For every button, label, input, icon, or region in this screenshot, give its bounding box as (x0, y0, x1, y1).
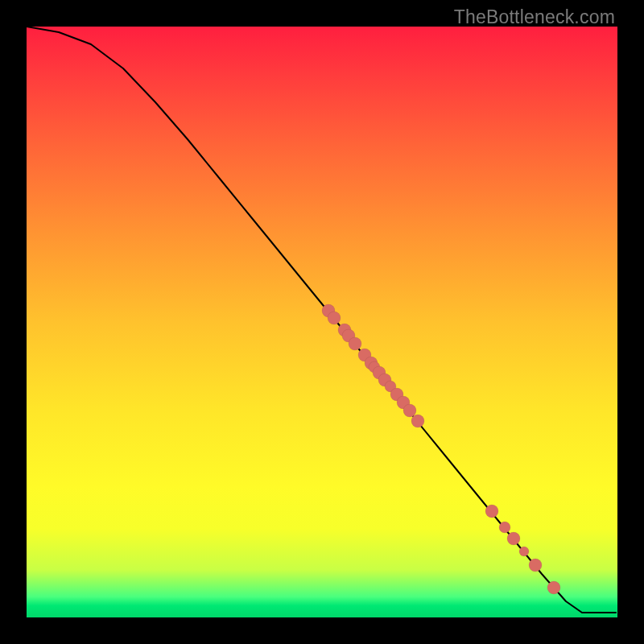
data-marker (519, 547, 529, 556)
watermark-text: TheBottleneck.com (454, 6, 615, 28)
data-marker (547, 581, 560, 594)
data-marker (529, 559, 542, 572)
data-marker (499, 522, 510, 533)
data-marker (403, 404, 416, 417)
data-marker (507, 532, 520, 545)
curve-line (27, 27, 616, 613)
data-marker (328, 312, 341, 324)
chart-svg (27, 27, 617, 617)
data-marker (411, 415, 424, 427)
data-marker (349, 337, 361, 350)
markers-group (322, 304, 560, 594)
data-marker (485, 505, 498, 518)
